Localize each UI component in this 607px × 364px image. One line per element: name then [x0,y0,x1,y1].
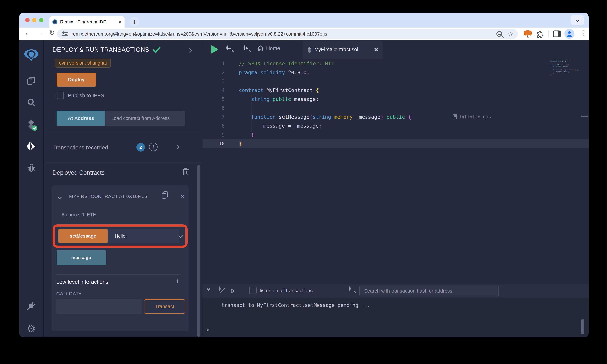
code-line[interactable]: 5string public message; [202,95,589,104]
set-message-input[interactable] [108,229,179,243]
browser-window: Remix - Ethereum IDE × + ← → ↻ remix.eth… [19,13,589,337]
settings-gear-icon[interactable]: ⚙ [19,323,43,335]
home-icon [257,45,264,52]
side-panel-icon[interactable] [552,29,562,39]
set-message-button[interactable]: setMessage [58,229,107,243]
publish-ipfs-checkbox[interactable] [57,92,64,99]
tab-home[interactable]: Home [257,45,280,52]
contract-collapse-icon[interactable] [58,196,61,199]
code-line[interactable]: 7function setMessage(string memory _mess… [202,112,589,121]
browser-menu-icon[interactable]: ⋮ [579,29,587,37]
terminal-search-input[interactable] [359,286,499,296]
solidity-compiler-icon[interactable] [19,118,43,131]
zoom-page-icon[interactable] [497,31,502,37]
desktop-background: Remix - Ethereum IDE × + ← → ↻ remix.eth… [0,0,607,364]
extensions-icon[interactable] [535,29,545,39]
transactions-info-icon[interactable]: i [149,143,158,151]
listen-all-label: listen on all transactions [260,288,313,293]
indent-guide [251,95,251,139]
line-number: 3 [202,77,231,86]
search-icon[interactable] [19,97,43,108]
code-line[interactable]: 8message = _message; [202,121,589,130]
new-tab-button[interactable]: + [130,17,139,27]
line-number: 7 [202,112,231,121]
reload-button[interactable]: ↻ [47,29,57,37]
indent-guide [263,121,263,130]
load-contract-input[interactable] [105,111,185,126]
transactions-expand-icon[interactable] [176,145,179,149]
at-address-button[interactable]: At Address [57,111,105,126]
run-script-play-icon[interactable] [211,45,218,53]
minimize-window-button[interactable] [32,18,37,22]
terminal-toolbar: 0 listen on all transactions [202,284,589,298]
remix-logo-icon[interactable] [19,48,43,62]
low-level-info-icon[interactable]: i [176,277,178,285]
line-number: 6 [202,104,231,112]
expand-terminal-icon[interactable] [207,287,210,291]
line-number: 5 [202,95,231,104]
profile-avatar[interactable] [565,29,574,39]
code-editor[interactable]: 1// SPDX-License-Identifier: MIT2pragma … [202,59,589,284]
file-explorer-icon[interactable] [19,76,43,86]
copy-address-icon[interactable] [161,191,169,200]
listen-all-checkbox[interactable] [249,286,257,294]
line-number: 9 [202,130,231,139]
contract-balance: Balance: 0. ETH [62,212,96,218]
tab-strip: Remix - Ethereum IDE × + [19,13,589,27]
deploy-and-run-icon[interactable] [19,141,43,152]
code-line[interactable]: 9} [202,130,589,139]
back-button[interactable]: ← [23,29,33,37]
contract-title[interactable]: MYFIRSTCONTRACT AT 0X10F...5 [69,194,159,199]
editor-area: Home MyFirstContract.sol 1// SPDX-Licens… [202,40,589,337]
clear-console-icon[interactable] [219,286,221,291]
minimap[interactable]: // SPDX-License-Identifier: MITpragma so… [550,59,581,284]
forward-button[interactable]: → [35,29,45,37]
calldata-input[interactable] [56,299,142,314]
browser-tab-title: Remix - Ethereum IDE [60,19,117,25]
bookmark-star-icon[interactable]: ☆ [508,30,514,38]
expand-params-icon[interactable] [179,234,183,238]
close-file-tab-icon[interactable] [374,48,378,52]
panel-scrollbar[interactable] [197,165,200,337]
code-line[interactable]: 1// SPDX-License-Identifier: MIT [202,59,589,68]
deployed-contract-card: MYFIRSTCONTRACT AT 0X10F...5 × Balance: … [52,185,188,331]
solidity-file-icon [307,46,312,53]
code-line[interactable]: 6 [202,104,589,112]
zoom-out-icon[interactable] [226,46,228,50]
transactions-recorded-label: Transactions recorded [53,144,108,151]
site-settings-icon[interactable] [61,31,68,37]
deploy-run-panel: DEPLOY & RUN TRANSACTIONS evm version: s… [44,40,202,337]
code-line[interactable]: 10} [202,139,589,148]
metamask-extension-icon[interactable] [523,29,533,39]
deploy-button[interactable]: Deploy [57,73,96,87]
terminal-prompt[interactable]: > [206,326,210,333]
transactions-count-badge: 2 [136,143,145,152]
panel-expand-icon[interactable] [188,49,191,52]
code-line[interactable]: 2pragma solidity ^0.8.0; [202,68,589,77]
code-line[interactable]: 4contract MyFirstContract { [202,86,589,95]
url-text[interactable]: remix.ethereum.org/#lang=en&optimize=fal… [71,31,497,37]
debugger-icon[interactable] [19,162,43,173]
close-window-button[interactable] [25,18,29,22]
zoom-in-icon[interactable] [244,46,245,50]
line-number: 2 [202,68,231,77]
maximize-window-button[interactable] [39,18,43,22]
line-number: 8 [202,121,231,130]
terminal-log[interactable]: transact to MyFirstContract.setMessage p… [202,298,589,337]
code-line[interactable]: 3 [202,77,589,86]
terminal-scrollbar[interactable] [581,319,584,334]
scrollbar-marker[interactable] [581,116,588,117]
transact-button[interactable]: Transact [144,299,185,314]
tab-search-button[interactable] [571,15,584,25]
clear-contracts-trash-icon[interactable] [182,168,189,176]
url-bar[interactable]: remix.ethereum.org/#lang=en&optimize=fal… [57,29,518,39]
remove-contract-icon[interactable]: × [181,193,184,200]
message-getter-button[interactable]: message [57,250,106,265]
close-tab-icon[interactable]: × [119,19,121,25]
infinite-gas-annotation: infinite gas [453,112,491,121]
tab-myfirstcontract[interactable]: MyFirstContract.sol [303,41,383,59]
deployed-contracts-title: Deployed Contracts [53,169,105,176]
line-number: 10 [202,139,231,148]
browser-tab[interactable]: Remix - Ethereum IDE × [50,16,125,27]
plugin-manager-icon[interactable] [19,300,43,311]
